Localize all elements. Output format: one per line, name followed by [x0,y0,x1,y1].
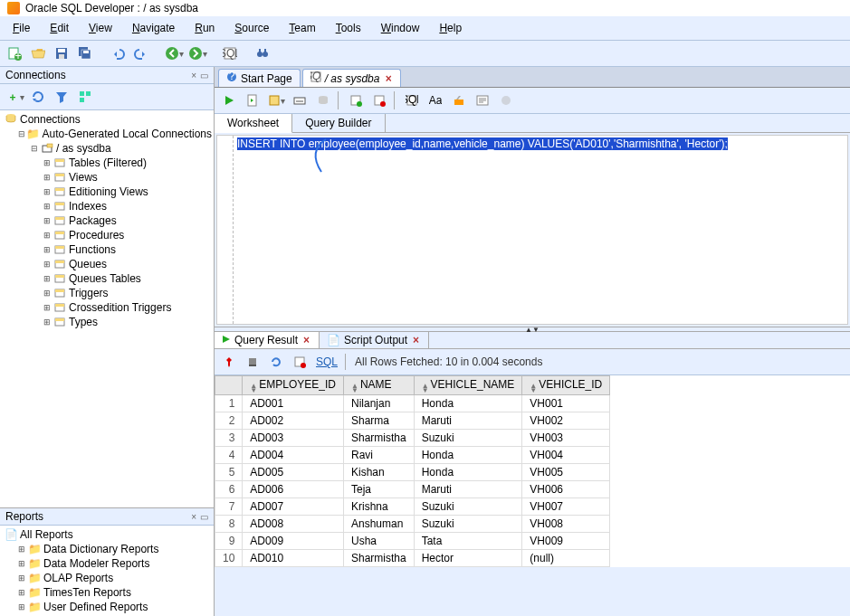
data-cell[interactable]: Sharma [343,412,414,430]
filter-icon[interactable] [51,86,72,108]
column-header[interactable]: ▲▼VEHICLE_ID [522,376,610,395]
expand-toggle-icon[interactable]: ⊞ [42,187,53,196]
close-panel-icon[interactable]: × [191,71,196,81]
data-cell[interactable]: VH008 [522,516,610,533]
table-row[interactable]: 6AD006TejaMarutiVH006 [215,481,610,498]
tree-item[interactable]: ⊞Procedures [2,228,212,242]
tree-auto[interactable]: ⊟ 📁 Auto-Generated Local Connections [2,127,212,141]
data-cell[interactable]: Krishna [343,498,414,516]
tree-item[interactable]: ⊞Crossedition Triggers [2,300,212,315]
binoculars-icon[interactable] [252,43,273,64]
expand-toggle-icon[interactable]: ⊞ [42,274,53,283]
to-upper-icon[interactable]: Aa [425,90,446,111]
menu-run[interactable]: Run [186,18,224,38]
data-cell[interactable]: VH004 [522,447,610,464]
close-tab-icon[interactable]: × [301,334,311,346]
data-cell[interactable]: Usha [343,533,414,550]
data-cell[interactable]: Tata [414,533,522,550]
data-cell[interactable]: Honda [414,395,522,412]
unshared-icon[interactable]: SQL [401,90,423,111]
cancel-icon[interactable] [289,351,310,373]
report-item[interactable]: ⊞📁Data Dictionary Reports [2,542,212,556]
data-cell[interactable]: AD004 [243,447,344,464]
run-script-icon[interactable] [242,90,263,111]
data-cell[interactable]: Honda [414,464,522,481]
data-cell[interactable]: Suzuki [414,516,522,533]
tree-item[interactable]: ⊞Queues Tables [2,271,212,286]
sql-editor[interactable]: INSERT INTO employee(employee_id,name,ve… [216,135,848,325]
data-cell[interactable]: VH006 [522,481,610,498]
expand-toggle-icon[interactable]: ⊞ [42,158,53,167]
sort-icon[interactable]: ▲▼ [530,384,537,393]
report-item[interactable]: ⊞📁Data Modeler Reports [2,556,212,571]
tree-item[interactable]: ⊞Packages [2,213,212,228]
data-cell[interactable]: Suzuki [414,498,522,516]
data-cell[interactable]: AD010 [243,550,344,567]
tab-start-page[interactable]: ? Start Page [218,69,301,87]
tree-item[interactable]: ⊞Indexes [2,199,212,213]
tab-worksheet[interactable]: Worksheet [215,114,292,133]
expand-toggle-icon[interactable]: ⊞ [16,545,27,554]
data-cell[interactable]: AD005 [243,464,344,481]
data-cell[interactable]: VH003 [522,430,610,447]
table-row[interactable]: 9AD009UshaTataVH009 [215,533,610,550]
column-header[interactable]: ▲▼VEHICLE_NAME [414,376,522,395]
sql-link[interactable]: SQL [312,355,341,368]
table-row[interactable]: 2AD002SharmaMarutiVH002 [215,412,610,430]
tree-item[interactable]: ⊞Views [2,170,212,185]
reports-root[interactable]: 📄 All Reports [2,527,212,542]
data-cell[interactable]: Sharmistha [343,430,414,447]
data-cell[interactable]: Maruti [414,481,522,498]
expand-toggle-icon[interactable]: ⊞ [16,588,27,597]
data-cell[interactable]: AD009 [243,533,344,550]
refresh-icon[interactable] [27,86,49,108]
menu-team[interactable]: Team [280,18,324,38]
data-cell[interactable]: Anshuman [343,516,414,533]
data-cell[interactable]: Sharmistha [343,550,414,567]
table-row[interactable]: 10AD010SharmisthaHector(null) [215,550,610,567]
menu-tools[interactable]: Tools [327,18,370,38]
result-grid[interactable]: ▲▼EMPLOYEE_ID▲▼NAME▲▼VEHICLE_NAME▲▼VEHIC… [215,375,850,567]
commit-icon[interactable] [312,90,334,111]
minimize-panel-icon[interactable]: ▭ [200,71,208,81]
tree-item[interactable]: ⊞Editioning Views [2,185,212,199]
open-icon[interactable] [27,43,49,64]
autotrace-icon[interactable] [289,90,310,111]
table-row[interactable]: 8AD008AnshumanSuzukiVH008 [215,516,610,533]
tree-root[interactable]: Connections [2,112,212,127]
menu-edit[interactable]: Edit [41,18,78,38]
table-row[interactable]: 1AD001NilanjanHondaVH001 [215,395,610,412]
expand-toggle-icon[interactable]: ⊞ [16,602,27,611]
menu-source[interactable]: Source [225,18,278,38]
tree-connection[interactable]: ⊟ / as sysdba [2,141,212,156]
explain-plan-icon[interactable]: ▾ [265,90,287,111]
sql-icon[interactable]: SQL [219,43,241,64]
tab-query-result[interactable]: Query Result × [215,332,320,348]
expand-toggle-icon[interactable]: ⊞ [42,245,53,254]
expand-toggle-icon[interactable]: ⊞ [42,231,53,240]
menu-file[interactable]: File [4,18,39,38]
collapse-icon[interactable] [74,86,96,108]
expand-toggle-icon[interactable]: ⊞ [42,173,53,182]
column-header[interactable]: ▲▼EMPLOYEE_ID [243,376,344,395]
rollback-icon[interactable] [368,90,390,111]
new-icon[interactable]: + [4,43,25,64]
back-icon[interactable]: ▾ [163,43,185,64]
tree-item[interactable]: ⊞Triggers [2,286,212,300]
redo-icon[interactable] [130,43,152,64]
data-cell[interactable]: VH009 [522,533,610,550]
expand-toggle-icon[interactable]: ⊟ [29,144,40,153]
expand-toggle-icon[interactable]: ⊞ [16,573,27,583]
data-cell[interactable]: AD002 [243,412,344,430]
table-row[interactable]: 4AD004RaviHondaVH004 [215,447,610,464]
expand-toggle-icon[interactable]: ⊞ [42,260,53,269]
data-cell[interactable]: VH002 [522,412,610,430]
menu-window[interactable]: Window [372,18,429,38]
tree-item[interactable]: ⊞Functions [2,242,212,257]
data-cell[interactable]: VH005 [522,464,610,481]
report-item[interactable]: ⊞📁User Defined Reports [2,600,212,614]
data-cell[interactable]: VH007 [522,498,610,516]
close-panel-icon[interactable]: × [191,512,196,522]
tab-sysdba[interactable]: SQL / as sysdba × [302,69,402,87]
rownum-header[interactable] [215,376,243,395]
